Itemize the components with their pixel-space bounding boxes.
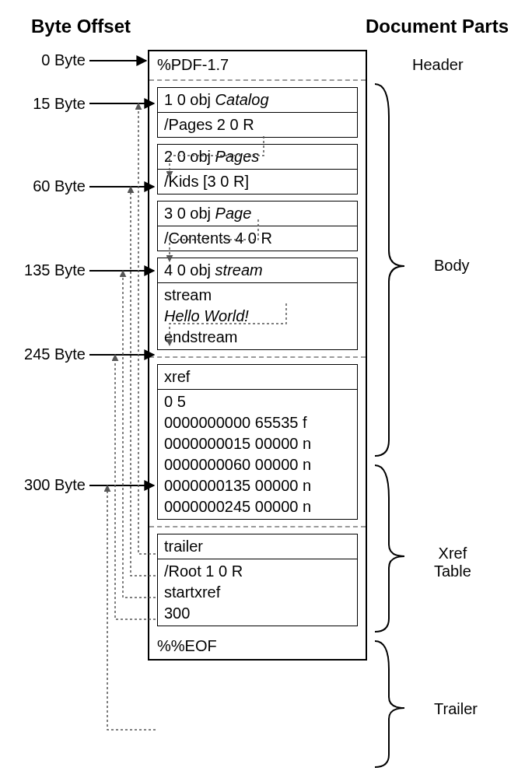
obj-2-head: 2 0 obj Pages bbox=[158, 145, 357, 170]
xref-entry-4: 0000000245 00000 n bbox=[164, 496, 351, 517]
label-header: Header bbox=[412, 56, 464, 74]
label-xref-table: Xref Table bbox=[434, 545, 471, 580]
eof-line: %%EOF bbox=[149, 633, 366, 659]
xref-count: 0 5 bbox=[164, 391, 351, 412]
obj-2-id: 2 0 obj bbox=[164, 148, 215, 165]
trailer-startxref: startxref bbox=[164, 582, 351, 603]
obj-4-id: 4 0 obj bbox=[164, 261, 215, 279]
trailer-title: trailer bbox=[158, 534, 357, 559]
xref-entry-2: 0000000060 00000 n bbox=[164, 454, 351, 475]
offset-15: 15 Byte bbox=[16, 95, 86, 113]
stream-content: Hello World! bbox=[164, 306, 351, 327]
offset-245: 245 Byte bbox=[16, 345, 86, 363]
offset-60: 60 Byte bbox=[16, 177, 86, 195]
offset-135: 135 Byte bbox=[16, 261, 86, 279]
xref-title: xref bbox=[158, 365, 357, 390]
offset-300: 300 Byte bbox=[16, 476, 86, 494]
trailer-body: /Root 1 0 R startxref 300 bbox=[158, 559, 357, 626]
xref-entry-3: 0000000135 00000 n bbox=[164, 475, 351, 496]
separator bbox=[149, 356, 366, 358]
obj-3-body: /Contents 4 0 R bbox=[158, 226, 357, 251]
label-body: Body bbox=[434, 257, 470, 275]
obj-1-catalog: 1 0 obj Catalog /Pages 2 0 R bbox=[157, 87, 358, 138]
trailer-root: /Root 1 0 R bbox=[164, 561, 351, 582]
obj-4-body: stream Hello World! endstream bbox=[158, 283, 357, 349]
stream-end: endstream bbox=[164, 327, 351, 348]
separator bbox=[149, 79, 366, 81]
xref-entry-0: 0000000000 65535 f bbox=[164, 412, 351, 433]
obj-1-body: /Pages 2 0 R bbox=[158, 113, 357, 137]
obj-4-stream: 4 0 obj stream stream Hello World! endst… bbox=[157, 258, 358, 350]
xref-entry-1: 0000000015 00000 n bbox=[164, 433, 351, 454]
xref-entries: 0 5 0000000000 65535 f 0000000015 00000 … bbox=[158, 390, 357, 519]
trailer-offset: 300 bbox=[164, 603, 351, 624]
obj-3-head: 3 0 obj Page bbox=[158, 202, 357, 226]
obj-2-type: Pages bbox=[215, 148, 260, 165]
label-trailer: Trailer bbox=[434, 700, 478, 718]
title-document-parts: Document Parts bbox=[366, 16, 509, 37]
obj-1-head: 1 0 obj Catalog bbox=[158, 88, 357, 113]
trailer-block: trailer /Root 1 0 R startxref 300 bbox=[157, 534, 358, 626]
title-byte-offset: Byte Offset bbox=[31, 16, 131, 37]
obj-3-type: Page bbox=[215, 205, 252, 222]
stream-begin: stream bbox=[164, 285, 351, 306]
obj-1-type: Catalog bbox=[215, 91, 269, 108]
offset-0: 0 Byte bbox=[16, 51, 86, 69]
separator bbox=[149, 526, 366, 527]
obj-1-id: 1 0 obj bbox=[164, 91, 215, 108]
obj-4-head: 4 0 obj stream bbox=[158, 258, 357, 283]
xref-block: xref 0 5 0000000000 65535 f 0000000015 0… bbox=[157, 364, 358, 520]
obj-3-id: 3 0 obj bbox=[164, 205, 215, 222]
obj-2-pages: 2 0 obj Pages /Kids [3 0 R] bbox=[157, 144, 358, 194]
obj-4-type: stream bbox=[215, 261, 263, 279]
obj-3-page: 3 0 obj Page /Contents 4 0 R bbox=[157, 201, 358, 251]
obj-2-body: /Kids [3 0 R] bbox=[158, 170, 357, 194]
header-line: %PDF-1.7 bbox=[149, 51, 366, 78]
document-structure: %PDF-1.7 1 0 obj Catalog /Pages 2 0 R 2 … bbox=[148, 50, 367, 661]
